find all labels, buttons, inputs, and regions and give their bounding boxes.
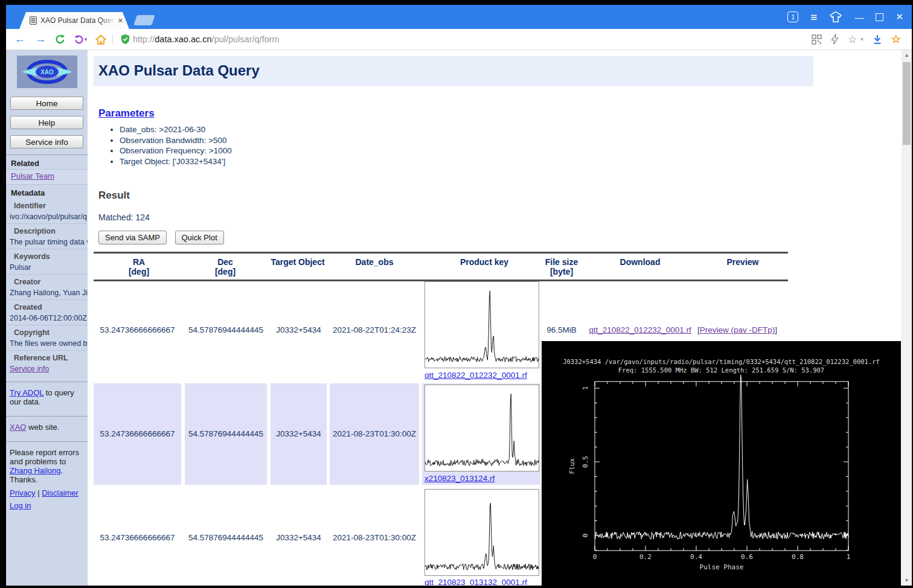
row2-dec: 54.57876944444445 [185, 429, 267, 438]
sidebar-help-button[interactable]: Help [10, 116, 83, 129]
report-contact-link[interactable]: Zhang Hailong [10, 466, 61, 475]
meta-description: Description The pulsar timing data v [6, 224, 88, 249]
adql-text: Try ADQL to query our data. [6, 382, 88, 406]
pulsar-team-link[interactable]: Pulsar Team [11, 171, 54, 181]
col-dec: Dec[deg] [184, 257, 266, 276]
new-tab-button[interactable] [133, 15, 155, 25]
tab-count-badge[interactable]: 1 [787, 11, 798, 22]
row2-product-thumbnail[interactable] [424, 385, 539, 471]
col-file-size: File size[byte] [540, 257, 583, 276]
param-date-obs: Date_obs: >2021-06-30 [120, 125, 232, 134]
row1-product-key-link[interactable]: qtt_210822_012232_0001.rf [424, 371, 527, 380]
login-row: Log in [6, 497, 88, 510]
maximize-button[interactable] [876, 13, 883, 21]
page-favicon-icon [30, 16, 37, 25]
col-preview: Preview [697, 257, 788, 267]
row3-dec: 54.57876944444445 [185, 533, 267, 542]
param-bandwidth: Observation Bandwidth: >500 [120, 136, 232, 145]
row1-date: 2021-08-22T01:24:23Z [330, 325, 419, 334]
privacy-link[interactable]: Privacy [10, 488, 36, 497]
meta-copyright: Copyright The files were owned by [6, 325, 88, 351]
row1-file-size: 96.5MiB [537, 325, 586, 334]
row2-product-key-link[interactable]: x210823_013124.rf [424, 474, 495, 483]
meta-reference-url: Reference URL Service info [6, 351, 88, 375]
undo-dropdown-caret-icon[interactable]: ▾ [85, 36, 88, 42]
screenshot-root: { "browser": { "tab": {"title": "XAO Pul… [0, 0, 913, 588]
page-banner: XAO Pulsar Data Query [94, 56, 813, 86]
row1-preview-link[interactable]: Preview (pav -DFTp) [700, 325, 775, 334]
window-close-button[interactable]: ✕ [895, 11, 903, 22]
url-host: data.xao.ac.cn [155, 34, 211, 44]
sidebar: XAO Home Help Service info Related Pulsa… [6, 50, 88, 586]
report-errors-text: Please report errors and problems to Zha… [6, 442, 88, 484]
lightning-icon[interactable] [831, 34, 839, 45]
xao-website-link[interactable]: XAO [10, 423, 26, 432]
quick-plot-button[interactable]: Quick Plot [175, 231, 224, 244]
page-scrollbar[interactable]: ▲ ▼ [902, 50, 912, 586]
row3-target: J0332+5434 [271, 533, 327, 542]
browser-toolbar: ← → ▾ [6, 29, 912, 50]
disclaimer-link[interactable]: Disclaimer [42, 488, 78, 497]
matched-count: Matched: 124 [98, 213, 150, 222]
meta-identifier: Identifier ivo://xaovo/pul/pulsar/q [6, 199, 88, 224]
preview-plot-overlay: J0332+5434 /var/gavo/inputs/radio/pulsar… [542, 341, 901, 586]
svg-text:0: 0 [581, 534, 589, 538]
row3-product-key-link[interactable]: qtt_210823_013132_0001.rf [424, 578, 527, 586]
site-security-shield-icon[interactable] [118, 29, 132, 50]
result-heading: Result [98, 190, 130, 202]
pulse-profile-plot: 00.20.40.60.8100.51Pulse PhaseFlux [542, 341, 901, 586]
scrollbar-thumb[interactable] [903, 62, 911, 145]
minimize-button[interactable]: — [854, 12, 863, 22]
favorite-star-icon[interactable]: ☆ [891, 33, 901, 46]
try-adql-link[interactable]: Try ADQL [10, 388, 43, 397]
titlebar-controls: 1 ≡ — ✕ [787, 5, 903, 29]
url-path: /pul/pulsar/q/form [212, 34, 280, 44]
browser-window: XAO Pulsar Data Quer ✕ 1 ≡ — ✕ ← → [6, 5, 912, 586]
row1-product-thumbnail[interactable] [424, 281, 539, 368]
row1-ra: 53.24736666666667 [94, 325, 181, 334]
row1-preview-cell: [Preview (pav -DFTp)] [697, 325, 791, 334]
col-date-obs: Date_obs [329, 257, 420, 267]
skin-theme-icon[interactable] [829, 11, 842, 23]
qr-code-icon[interactable] [812, 34, 822, 45]
svg-text:1: 1 [581, 386, 589, 391]
scrollbar-up-icon[interactable]: ▲ [902, 53, 912, 58]
sidebar-home-button[interactable]: Home [10, 97, 83, 110]
home-icon[interactable] [93, 29, 109, 50]
scrollbar-down-icon[interactable]: ▼ [902, 578, 912, 583]
col-target: Target Object [266, 257, 329, 267]
address-bar[interactable]: http://data.xao.ac.cn/pul/pulsar/q/form [133, 29, 280, 50]
bookmark-caret-icon[interactable]: ▾ [860, 36, 863, 42]
toolbar-divider [112, 34, 113, 45]
browser-tab[interactable]: XAO Pulsar Data Quer ✕ [19, 12, 129, 29]
results-table-header: RA[deg] Dec[deg] Target Object Date_obs … [94, 252, 788, 281]
svg-text:1: 1 [847, 553, 851, 561]
meta-keywords: Keywords Pulsar [6, 249, 88, 275]
tab-close-icon[interactable]: ✕ [118, 17, 123, 25]
row1-target: J0332+5434 [271, 325, 327, 334]
row1-dec: 54.57876944444445 [185, 325, 267, 334]
sidebar-service-info-button[interactable]: Service info [10, 135, 83, 149]
undo-recent-icon[interactable]: ▾ [71, 29, 89, 50]
row3-date: 2021-08-23T01:30:00Z [330, 533, 419, 542]
back-icon[interactable]: ← [12, 29, 28, 50]
send-via-samp-button[interactable]: Send via SAMP [98, 231, 167, 244]
param-target-object: Target Object: ['J0332+5434'] [120, 157, 232, 166]
login-link[interactable]: Log in [10, 501, 31, 510]
xao-logo-text: XAO [40, 69, 54, 75]
row1-download-link[interactable]: qtt_210822_012232_0001.rf [586, 325, 694, 334]
menu-icon[interactable]: ≡ [810, 11, 817, 23]
param-frequency: Observation Frequency: >1000 [120, 146, 232, 155]
svg-text:Flux: Flux [568, 458, 576, 474]
download-icon[interactable] [873, 34, 882, 45]
svg-text:0: 0 [593, 553, 597, 561]
svg-text:0.6: 0.6 [741, 553, 753, 561]
reload-icon[interactable] [53, 29, 68, 50]
parameters-link[interactable]: Parameters [98, 107, 155, 120]
forward-icon[interactable]: → [33, 29, 48, 50]
browser-titlebar: XAO Pulsar Data Quer ✕ 1 ≡ — ✕ [6, 5, 912, 29]
reference-url-link[interactable]: Service info [10, 365, 49, 373]
bookmark-star-icon[interactable]: ☆ [848, 33, 857, 46]
row3-product-thumbnail[interactable] [424, 489, 539, 576]
url-scheme: http:// [133, 34, 155, 44]
